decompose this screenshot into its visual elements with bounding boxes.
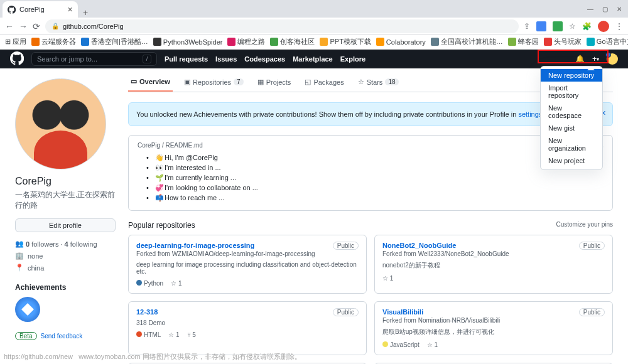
close-button[interactable]: ✕ <box>617 6 622 13</box>
bookmark[interactable]: Colaboratory <box>376 38 426 46</box>
reload-button[interactable]: ⟳ <box>33 21 40 31</box>
bookmark[interactable]: PPT模板下载 <box>320 37 371 46</box>
pinned-repos: deep-learning-for-image-processingPublic… <box>128 235 613 364</box>
location-line: 📍china <box>15 264 116 272</box>
bookmark[interactable]: Python3WebSpider <box>153 38 223 46</box>
lock-icon: 🔒 <box>51 23 59 29</box>
customize-pins-link[interactable]: Customize your pins <box>556 221 613 230</box>
visibility-badge: Public <box>333 242 359 250</box>
star-icon[interactable]: ☆ <box>569 22 576 31</box>
extensions-icon[interactable]: 🧩 <box>582 22 592 31</box>
extension-icon[interactable] <box>536 21 546 31</box>
dropdown-new-repo[interactable]: New repository <box>541 69 602 82</box>
bookmark[interactable]: 创客海社区 <box>270 37 315 46</box>
dropdown-import-repo[interactable]: Import repository <box>541 82 602 102</box>
profile-bio: 一名菜鸡的大学生,正在探索前行的路 <box>15 190 116 211</box>
tab-repositories[interactable]: ▣Repositories7 <box>181 77 246 92</box>
dropdown-new-org[interactable]: New organization <box>541 134 602 154</box>
dropdown-new-codespace[interactable]: New codespace <box>541 102 602 122</box>
repo-card: VisualBilibiliPublicForked from Nominati… <box>374 301 613 355</box>
profile-avatar[interactable] <box>598 21 609 32</box>
user-avatar[interactable] <box>607 53 618 65</box>
bookmark[interactable]: 编程之路 <box>227 37 265 46</box>
nav-marketplace[interactable]: Marketplace <box>293 55 333 63</box>
apps-button[interactable]: ⊞ 应用 <box>5 37 26 46</box>
follow-stats[interactable]: 👥 0 followers · 4 following <box>15 240 116 248</box>
readme-path: CorePig / README.md <box>138 142 203 149</box>
nav-issues[interactable]: Issues <box>215 55 237 63</box>
popular-heading: Popular repositories <box>128 221 195 230</box>
tab-stars[interactable]: ☆Stars18 <box>355 77 401 92</box>
achievement-badge[interactable] <box>15 297 40 322</box>
forward-button[interactable]: → <box>19 21 28 31</box>
repo-icon: ▣ <box>184 78 190 86</box>
dropdown-new-project[interactable]: New project <box>541 154 602 167</box>
maximize-button[interactable]: ▢ <box>602 6 608 13</box>
menu-icon[interactable]: ⋮ <box>615 22 623 31</box>
fork-count: ⑂ 5 <box>187 331 196 338</box>
profile-username: CorePig <box>15 176 116 187</box>
star-count: ☆ 1 <box>382 275 393 282</box>
tab-packages[interactable]: ◱Packages <box>302 77 346 92</box>
package-icon: ◱ <box>305 78 311 86</box>
tab-title: CorePig <box>19 6 45 13</box>
new-tab-button[interactable]: + <box>78 8 93 18</box>
github-logo[interactable] <box>10 51 24 67</box>
profile-avatar-large[interactable] <box>15 78 106 169</box>
nav-codespaces[interactable]: Codespaces <box>244 55 285 63</box>
edit-profile-button[interactable]: Edit profile <box>15 218 116 232</box>
star-count: ☆ 1 <box>168 331 179 338</box>
close-icon[interactable]: ✕ <box>67 6 73 14</box>
slash-key: / <box>143 55 151 63</box>
tab-projects[interactable]: ▦Projects <box>255 77 294 92</box>
visibility-badge: Public <box>579 308 605 316</box>
nav-explore[interactable]: Explore <box>340 55 365 63</box>
bookmark[interactable]: 香港空间|香港酷… <box>81 37 148 46</box>
book-icon: ▭ <box>131 77 137 85</box>
bookmark[interactable]: 云端服务器 <box>31 37 76 46</box>
bookmark[interactable]: 蜂客园 <box>508 37 539 46</box>
org-icon: 🏢 <box>15 252 24 260</box>
back-button[interactable]: ← <box>5 21 14 31</box>
github-icon <box>8 6 16 14</box>
dropdown-new-gist[interactable]: New gist <box>541 122 602 134</box>
star-icon: ☆ <box>358 78 364 86</box>
send-feedback-link[interactable]: Send feedback <box>41 333 83 340</box>
watermark: https://github.com/new www.toymoban.com … <box>4 352 301 361</box>
nav-pulls[interactable]: Pull requests <box>165 55 208 63</box>
repo-link[interactable]: NoneBot2_NoobGuide <box>382 242 456 249</box>
repo-link[interactable]: VisualBilibili <box>382 308 423 316</box>
repo-card: deep-learning-for-image-processingPublic… <box>128 235 367 294</box>
bookmark[interactable]: 头号玩家 <box>544 37 582 46</box>
repo-link[interactable]: 12-318 <box>136 308 158 316</box>
share-icon[interactable]: ⇪ <box>524 22 530 31</box>
star-count: ☆ 1 <box>171 280 181 287</box>
url-input[interactable]: 🔒 github.com/CorePig <box>45 19 519 33</box>
notifications-icon[interactable]: 🔔 <box>575 55 585 63</box>
browser-tab[interactable]: CorePig ✕ <box>3 1 78 18</box>
extension-icon[interactable] <box>553 21 563 31</box>
create-menu-button[interactable]: +▾ <box>592 55 599 63</box>
visibility-badge: Public <box>579 242 605 250</box>
location-icon: 📍 <box>15 264 24 272</box>
repo-link[interactable]: deep-learning-for-image-processing <box>136 242 254 249</box>
search-input[interactable]: Search or jump to... / <box>31 52 157 66</box>
github-header: Search or jump to... / Pull requests Iss… <box>0 50 628 68</box>
bookmarks-bar: ⊞ 应用 云端服务器 香港空间|香港酷… Python3WebSpider 编程… <box>0 35 628 50</box>
beta-badge: Beta <box>15 332 37 340</box>
bookmark[interactable]: 全国高校计算机能… <box>431 37 503 46</box>
repo-card: 12-318Public318 DemoHTML☆ 1⑂ 5 <box>128 301 367 355</box>
visibility-badge: Public <box>333 308 359 316</box>
window-controls: — ▢ ✕ <box>581 0 628 18</box>
org-line: 🏢none <box>15 252 116 260</box>
project-icon: ▦ <box>257 78 264 86</box>
create-dropdown: New repository Import repository New cod… <box>540 66 603 170</box>
tab-overview[interactable]: ▭Overview <box>128 77 173 92</box>
people-icon: 👥 <box>15 240 24 248</box>
address-bar: ← → ⟳ 🔒 github.com/CorePig ⇪ ☆ 🧩 ⋮ <box>0 18 628 35</box>
profile-sidebar: CorePig 一名菜鸡的大学生,正在探索前行的路 Edit profile 👥… <box>15 68 116 363</box>
minimize-button[interactable]: — <box>587 6 593 13</box>
repo-card: NoneBot2_NoobGuidePublicForked from Well… <box>374 235 613 294</box>
bookmark[interactable]: Go语言中文网 <box>587 37 628 46</box>
browser-tab-bar: CorePig ✕ + — ▢ ✕ <box>0 0 628 18</box>
